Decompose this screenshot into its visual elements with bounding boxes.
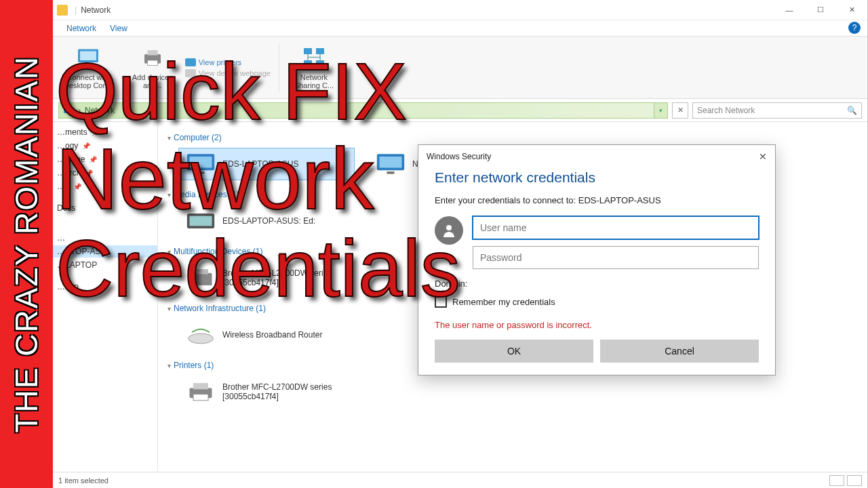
search-input[interactable]: Search Network 🔍 xyxy=(692,102,862,119)
view-details-button[interactable] xyxy=(829,475,844,486)
status-text: 1 item selected xyxy=(58,476,108,485)
window-title: Network xyxy=(81,5,111,15)
nav-pane[interactable]: …ments📌 …ogy📌 …sume📌 …arch📌 …s📌 Docs … …… xyxy=(53,122,158,472)
svg-rect-1 xyxy=(80,51,96,60)
ribbon-view-printers[interactable]: View printers xyxy=(185,58,271,66)
maximize-button[interactable]: ☐ xyxy=(805,0,836,20)
nav-item[interactable]: …ogy📌 xyxy=(53,140,157,152)
svg-rect-18 xyxy=(387,171,395,174)
nav-item[interactable]: …PTOP-AS xyxy=(53,245,157,258)
multifunction-tile[interactable]: Brother MFC-L2700DW series [30055cb417f4… xyxy=(178,262,355,294)
password-input[interactable] xyxy=(473,246,759,269)
remember-credentials-checkbox[interactable]: Remember my credentials xyxy=(435,296,759,308)
menubar: Network View ? xyxy=(53,20,867,37)
router-tile[interactable]: Wireless Broadband Router xyxy=(178,319,355,351)
network-location-icon xyxy=(63,105,74,116)
svg-rect-9 xyxy=(304,60,312,66)
svg-rect-22 xyxy=(193,269,208,274)
router-icon xyxy=(186,323,216,346)
webpage-icon xyxy=(185,69,196,77)
network-center-icon xyxy=(302,46,326,70)
svg-rect-10 xyxy=(316,60,324,66)
printers-icon xyxy=(185,58,196,66)
help-button[interactable]: ? xyxy=(848,22,861,34)
windows-security-dialog: Windows Security ✕ Enter network credent… xyxy=(418,144,776,375)
dialog-heading: Enter network credentials xyxy=(435,169,759,186)
svg-rect-12 xyxy=(65,108,72,112)
network-icon xyxy=(57,5,68,16)
ok-button[interactable]: OK xyxy=(435,340,593,363)
ribbon-add-devices[interactable]: Add devices and... xyxy=(125,43,180,92)
nav-item[interactable]: …arch📌 xyxy=(53,167,157,179)
printer-tile[interactable]: Brother MFC-L2700DW series [30055cb417f4… xyxy=(178,375,355,408)
svg-rect-6 xyxy=(147,60,157,66)
dialog-instruction: Enter your credentials to connect to: ED… xyxy=(435,195,759,205)
svg-rect-15 xyxy=(197,171,205,174)
svg-rect-2 xyxy=(85,63,92,65)
nav-item[interactable]: …sume📌 xyxy=(53,153,157,165)
username-input[interactable] xyxy=(473,216,759,239)
address-bar[interactable]: › Network ▾ xyxy=(58,102,668,119)
tab-network[interactable]: Network xyxy=(66,24,96,33)
svg-point-27 xyxy=(446,225,452,230)
address-dropdown[interactable]: ▾ xyxy=(654,103,667,118)
nav-item[interactable]: Docs xyxy=(53,202,157,214)
close-button[interactable]: ✕ xyxy=(836,0,867,20)
dialog-title: Windows Security xyxy=(427,152,491,161)
monitor-icon xyxy=(76,46,100,70)
ribbon-connect-remote[interactable]: Connect with Desktop Con... xyxy=(57,43,120,92)
svg-rect-17 xyxy=(380,157,402,168)
status-bar: 1 item selected xyxy=(53,472,867,488)
dialog-error-text: The user name or password is incorrect. xyxy=(435,320,759,330)
svg-rect-21 xyxy=(190,273,212,285)
address-bar-row: › Network ▾ ✕ Search Network 🔍 xyxy=(53,99,867,122)
channel-banner: THE CRAZY ROMANIAN xyxy=(0,0,53,488)
nav-item[interactable]: …s📌 xyxy=(53,180,157,192)
titlebar: | Network — ☐ ✕ xyxy=(53,0,867,20)
media-device-tile[interactable]: EDS-LAPTOP-ASUS: Ed: xyxy=(178,205,355,237)
svg-rect-26 xyxy=(193,394,208,401)
svg-rect-20 xyxy=(190,216,212,226)
ribbon-view-device-webpage[interactable]: View device webpage xyxy=(185,69,271,77)
svg-rect-7 xyxy=(304,48,312,54)
printer-icon xyxy=(186,380,216,403)
cancel-button[interactable]: Cancel xyxy=(600,340,759,363)
nav-item[interactable]: …ments📌 xyxy=(53,126,157,138)
address-clear-button[interactable]: ✕ xyxy=(672,102,688,119)
nav-item[interactable]: … xyxy=(53,232,157,244)
monitor-icon xyxy=(186,152,216,176)
svg-point-23 xyxy=(189,333,214,344)
computer-tile[interactable]: EDS-LAPTOP-ASUS xyxy=(178,148,355,180)
svg-rect-8 xyxy=(316,48,324,54)
search-icon: 🔍 xyxy=(847,106,857,115)
minimize-button[interactable]: — xyxy=(774,0,805,20)
checkbox-icon xyxy=(435,296,447,308)
monitor-icon xyxy=(376,152,406,176)
tab-view[interactable]: View xyxy=(110,24,127,33)
ribbon-network-center[interactable]: Network Sharing C... xyxy=(288,43,340,92)
dialog-close-button[interactable]: ✕ xyxy=(759,151,767,162)
mfc-icon xyxy=(186,266,216,289)
breadcrumb[interactable]: Network xyxy=(85,106,115,115)
ribbon: Connect with Desktop Con... Add devices … xyxy=(53,37,867,99)
channel-banner-text: THE CRAZY ROMANIAN xyxy=(8,56,45,433)
svg-rect-14 xyxy=(190,157,212,168)
nav-item[interactable]: …LAPTOP xyxy=(53,259,157,271)
svg-rect-5 xyxy=(147,50,157,56)
printer-icon xyxy=(140,46,165,70)
group-computer[interactable]: Computer (2) xyxy=(167,133,858,142)
svg-rect-25 xyxy=(193,383,208,389)
media-icon xyxy=(186,209,216,232)
view-large-button[interactable] xyxy=(847,475,862,486)
nav-item[interactable]: …oup xyxy=(53,281,157,293)
user-avatar-icon xyxy=(435,216,463,245)
domain-label: Domain: xyxy=(435,279,759,289)
svg-rect-3 xyxy=(83,65,94,66)
